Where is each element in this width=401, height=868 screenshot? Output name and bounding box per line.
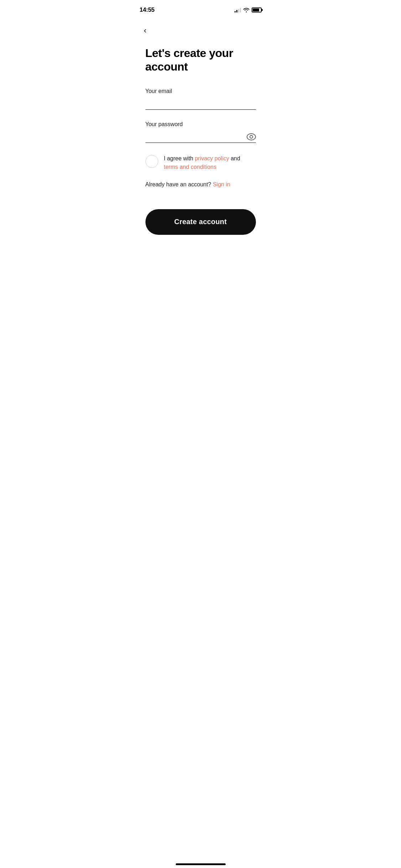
signal-bar-2 <box>236 10 237 12</box>
email-input[interactable] <box>145 98 256 107</box>
email-field-group: Your email <box>145 88 256 110</box>
wifi-icon <box>243 7 250 12</box>
password-input[interactable] <box>145 131 256 140</box>
agree-row: I agree with privacy policy and terms an… <box>145 154 256 171</box>
signin-link[interactable]: Sign in <box>213 181 230 187</box>
status-icons <box>235 7 262 12</box>
privacy-policy-link[interactable]: privacy policy <box>195 155 229 161</box>
password-label: Your password <box>145 121 256 128</box>
signal-icon <box>235 7 241 12</box>
password-input-wrapper <box>145 131 256 143</box>
page-title: Let's create your account <box>145 46 256 74</box>
svg-point-0 <box>247 134 256 140</box>
signal-bar-4 <box>240 8 241 12</box>
agree-text: I agree with privacy policy and terms an… <box>164 154 256 171</box>
battery-fill <box>253 9 259 11</box>
battery-icon <box>252 7 262 12</box>
email-input-wrapper <box>145 98 256 110</box>
back-button[interactable]: ‹ <box>144 24 158 38</box>
signin-prefix: Already have an account? <box>145 181 213 187</box>
signin-row: Already have an account? Sign in <box>145 181 256 188</box>
email-label: Your email <box>145 88 256 94</box>
agree-middle: and <box>229 155 240 161</box>
create-account-button[interactable]: Create account <box>145 209 256 235</box>
terms-link[interactable]: terms and conditions <box>164 164 217 170</box>
agree-checkbox[interactable] <box>145 155 158 168</box>
agree-prefix: I agree with <box>164 155 195 161</box>
toggle-password-icon[interactable] <box>247 133 256 140</box>
svg-point-1 <box>250 135 253 138</box>
back-icon: ‹ <box>144 27 146 35</box>
signal-bar-1 <box>235 11 236 12</box>
status-time: 14:55 <box>140 6 155 14</box>
signal-bar-3 <box>238 9 239 12</box>
main-content: ‹ Let's create your account Your email Y… <box>131 18 270 235</box>
password-field-group: Your password <box>145 121 256 143</box>
status-bar: 14:55 <box>131 0 270 18</box>
